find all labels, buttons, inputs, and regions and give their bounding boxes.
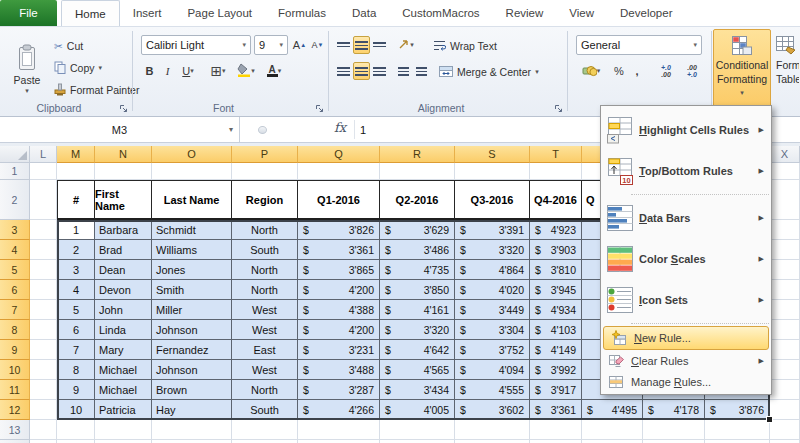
cell-T10[interactable]: $3'992: [530, 360, 582, 380]
cell-N8[interactable]: Linda: [95, 320, 152, 340]
cell-N4[interactable]: Brad: [95, 240, 152, 260]
cell-V13[interactable]: [643, 420, 705, 440]
insert-function-button[interactable]: fx: [330, 120, 350, 139]
select-all-corner[interactable]: [0, 146, 30, 163]
menu-item-data-bars[interactable]: Data Bars ▶: [601, 197, 771, 238]
cell-Q8[interactable]: $4'200: [298, 320, 380, 340]
percent-style-button[interactable]: %: [610, 62, 628, 80]
menu-item-top-bottom-rules[interactable]: 10 Top/Bottom Rules ▶: [601, 150, 771, 191]
cell-N12[interactable]: Patricia: [95, 400, 152, 420]
tab-data[interactable]: Data: [339, 0, 389, 26]
row-header-1[interactable]: 1: [0, 163, 30, 180]
cell-T12[interactable]: $3'361: [530, 400, 582, 420]
cell-T9[interactable]: $4'149: [530, 340, 582, 360]
cell-S11[interactable]: $4'555: [455, 380, 530, 400]
cell-O2[interactable]: Last Name: [152, 180, 232, 220]
conditional-formatting-button[interactable]: Conditional Formatting ▾: [713, 29, 771, 114]
font-color-button[interactable]: A ▾: [261, 62, 287, 80]
cell-R2[interactable]: Q2-2016: [380, 180, 455, 220]
cell-P7[interactable]: West: [232, 300, 298, 320]
cell-S4[interactable]: $3'320: [455, 240, 530, 260]
cell-V12[interactable]: $4'178: [643, 400, 705, 420]
cell-M2[interactable]: #: [57, 180, 95, 220]
cell-T5[interactable]: $3'810: [530, 260, 582, 280]
menu-item-clear-rules[interactable]: Clear Rules ▶: [601, 350, 771, 371]
align-left-button[interactable]: [335, 62, 352, 80]
cell-P6[interactable]: North: [232, 280, 298, 300]
cell-W13[interactable]: [705, 420, 770, 440]
tab-review[interactable]: Review: [493, 0, 557, 26]
row-header-11[interactable]: 11: [0, 380, 30, 400]
font-name-combo[interactable]: Calibri Light▾: [141, 35, 251, 55]
cell-L12[interactable]: [30, 400, 57, 420]
cell-M3[interactable]: 1: [57, 220, 95, 240]
column-header-S[interactable]: S: [455, 146, 530, 163]
cell-M8[interactable]: 6: [57, 320, 95, 340]
cell-R10[interactable]: $4'565: [380, 360, 455, 380]
align-middle-button[interactable]: [353, 36, 370, 54]
cell-X7[interactable]: [770, 300, 800, 320]
cell-R9[interactable]: $4'642: [380, 340, 455, 360]
cell-Q9[interactable]: $3'231: [298, 340, 380, 360]
cell-R7[interactable]: $4'161: [380, 300, 455, 320]
column-header-T[interactable]: T: [530, 146, 582, 163]
cell-T11[interactable]: $3'917: [530, 380, 582, 400]
cell-S1[interactable]: [455, 163, 530, 180]
row-header-13[interactable]: 13: [0, 420, 30, 440]
cell-O6[interactable]: Smith: [152, 280, 232, 300]
row-header-5[interactable]: 5: [0, 260, 30, 280]
row-header-7[interactable]: 7: [0, 300, 30, 320]
cell-P12[interactable]: South: [232, 400, 298, 420]
row-header-10[interactable]: 10: [0, 360, 30, 380]
cell-Q12[interactable]: $4'266: [298, 400, 380, 420]
fill-handle[interactable]: [766, 416, 773, 423]
cell-Q3[interactable]: $3'826: [298, 220, 380, 240]
cell-N10[interactable]: Michael: [95, 360, 152, 380]
cell-R8[interactable]: $3'320: [380, 320, 455, 340]
cell-M10[interactable]: 8: [57, 360, 95, 380]
cell-T1[interactable]: [530, 163, 582, 180]
tab-view[interactable]: View: [556, 0, 607, 26]
cell-X9[interactable]: [770, 340, 800, 360]
cell-S7[interactable]: $3'449: [455, 300, 530, 320]
cell-S12[interactable]: $3'602: [455, 400, 530, 420]
menu-item-icon-sets[interactable]: Icon Sets ▶: [601, 279, 771, 320]
menu-item-manage-rules[interactable]: Manage Rules...: [601, 371, 771, 392]
comma-style-button[interactable]: ,: [630, 62, 644, 80]
cell-T13[interactable]: [530, 420, 582, 440]
row-header-9[interactable]: 9: [0, 340, 30, 360]
clipboard-dialog-launcher-icon[interactable]: [119, 103, 129, 113]
tab-insert[interactable]: Insert: [120, 0, 175, 26]
cell-R11[interactable]: $3'434: [380, 380, 455, 400]
cell-N6[interactable]: Devon: [95, 280, 152, 300]
cell-L10[interactable]: [30, 360, 57, 380]
cell-N9[interactable]: Mary: [95, 340, 152, 360]
cell-X1[interactable]: [770, 163, 800, 180]
cell-M6[interactable]: 4: [57, 280, 95, 300]
cell-Q1[interactable]: [298, 163, 380, 180]
wrap-text-button[interactable]: Wrap Text: [429, 36, 501, 56]
cell-T6[interactable]: $3'945: [530, 280, 582, 300]
cell-P13[interactable]: [232, 420, 298, 440]
column-header-L[interactable]: L: [30, 146, 57, 163]
cell-O7[interactable]: Miller: [152, 300, 232, 320]
grow-font-button[interactable]: A▲: [291, 36, 308, 54]
merge-center-button[interactable]: Merge & Center ▾: [435, 62, 543, 82]
row-header-8[interactable]: 8: [0, 320, 30, 340]
column-header-X[interactable]: X: [770, 146, 800, 163]
column-header-M[interactable]: M: [57, 146, 95, 163]
cell-P1[interactable]: [232, 163, 298, 180]
copy-button[interactable]: Copy ▾: [50, 58, 106, 78]
cell-O12[interactable]: Hay: [152, 400, 232, 420]
cell-N13[interactable]: [95, 420, 152, 440]
cell-X5[interactable]: [770, 260, 800, 280]
cell-S2[interactable]: Q3-2016: [455, 180, 530, 220]
cell-U13[interactable]: [582, 420, 643, 440]
cell-M11[interactable]: 9: [57, 380, 95, 400]
tab-custommacros[interactable]: CustomMacros: [389, 0, 492, 26]
cell-X13[interactable]: [770, 420, 800, 440]
cell-P2[interactable]: Region: [232, 180, 298, 220]
cell-M4[interactable]: 2: [57, 240, 95, 260]
italic-button[interactable]: I: [159, 62, 176, 80]
cell-O5[interactable]: Jones: [152, 260, 232, 280]
